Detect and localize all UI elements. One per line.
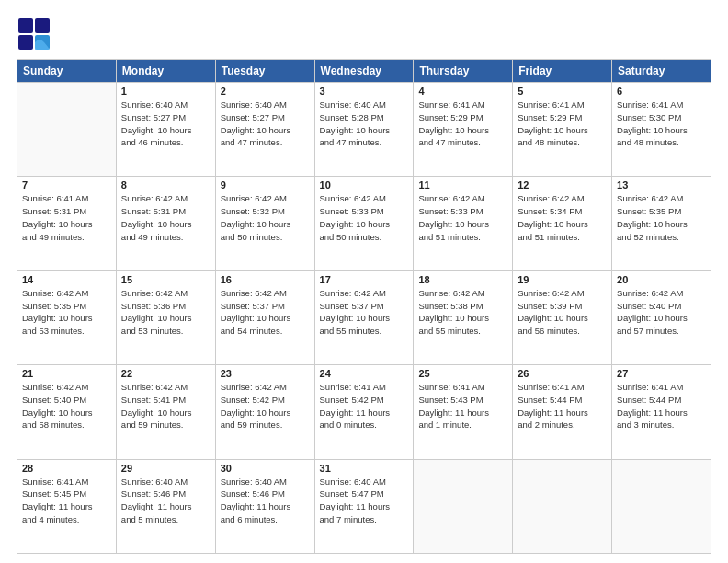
daylight-text: Daylight: 10 hours xyxy=(22,407,111,419)
svg-rect-1 xyxy=(35,18,50,33)
daylight-text: Daylight: 11 hours xyxy=(320,500,409,513)
day-info: Sunrise: 6:41 AMSunset: 5:44 PMDaylight:… xyxy=(617,381,706,431)
daylight-text: Daylight: 11 hours xyxy=(121,500,210,513)
day-info: Sunrise: 6:40 AMSunset: 5:47 PMDaylight:… xyxy=(320,476,409,526)
day-number: 6 xyxy=(617,86,706,97)
day-info: Sunrise: 6:42 AMSunset: 5:34 PMDaylight:… xyxy=(518,192,607,243)
sunrise-text: Sunrise: 6:41 AM xyxy=(320,381,409,394)
day-number: 7 xyxy=(22,179,111,190)
sunrise-text: Sunrise: 6:42 AM xyxy=(418,192,507,205)
daylight-text: Daylight: 10 hours xyxy=(617,124,706,137)
daylight-text: Daylight: 10 hours xyxy=(320,312,409,325)
day-info: Sunrise: 6:42 AMSunset: 5:37 PMDaylight:… xyxy=(221,287,310,338)
daylight-text: Daylight: 10 hours xyxy=(121,218,210,231)
weekday-header-cell: Thursday xyxy=(414,60,513,83)
calendar-day-cell: 16Sunrise: 6:42 AMSunset: 5:37 PMDayligh… xyxy=(215,270,314,364)
sunrise-text: Sunrise: 6:42 AM xyxy=(617,192,706,205)
day-number: 25 xyxy=(418,368,507,379)
daylight-text: Daylight: 10 hours xyxy=(518,218,607,231)
daylight-text: and 47 minutes. xyxy=(320,136,409,149)
daylight-text: and 47 minutes. xyxy=(221,136,310,149)
day-number: 13 xyxy=(617,179,706,190)
calendar-day-cell: 20Sunrise: 6:42 AMSunset: 5:40 PMDayligh… xyxy=(612,270,711,364)
daylight-text: Daylight: 11 hours xyxy=(22,500,111,513)
daylight-text: Daylight: 10 hours xyxy=(121,407,210,419)
sunrise-text: Sunrise: 6:42 AM xyxy=(121,381,210,394)
daylight-text: Daylight: 10 hours xyxy=(221,218,310,231)
calendar-day-cell: 15Sunrise: 6:42 AMSunset: 5:36 PMDayligh… xyxy=(116,270,215,364)
calendar-week-row: 14Sunrise: 6:42 AMSunset: 5:35 PMDayligh… xyxy=(17,270,711,364)
daylight-text: and 5 minutes. xyxy=(121,513,210,526)
sunset-text: Sunset: 5:33 PM xyxy=(320,205,409,218)
daylight-text: Daylight: 11 hours xyxy=(418,407,507,419)
sunset-text: Sunset: 5:32 PM xyxy=(221,205,310,218)
daylight-text: Daylight: 10 hours xyxy=(617,218,706,231)
sunset-text: Sunset: 5:44 PM xyxy=(617,394,706,407)
sunset-text: Sunset: 5:29 PM xyxy=(518,111,607,124)
daylight-text: and 52 minutes. xyxy=(617,231,706,244)
day-info: Sunrise: 6:42 AMSunset: 5:36 PMDaylight:… xyxy=(121,287,210,338)
daylight-text: and 54 minutes. xyxy=(221,325,310,338)
day-number: 3 xyxy=(320,86,409,97)
calendar-day-cell: 13Sunrise: 6:42 AMSunset: 5:35 PMDayligh… xyxy=(612,177,711,270)
day-info: Sunrise: 6:41 AMSunset: 5:31 PMDaylight:… xyxy=(22,192,111,243)
sunrise-text: Sunrise: 6:41 AM xyxy=(617,381,706,394)
calendar-day-cell: 14Sunrise: 6:42 AMSunset: 5:35 PMDayligh… xyxy=(17,270,117,364)
calendar-day-cell: 18Sunrise: 6:42 AMSunset: 5:38 PMDayligh… xyxy=(414,270,513,364)
calendar-day-cell: 17Sunrise: 6:42 AMSunset: 5:37 PMDayligh… xyxy=(314,270,414,364)
sunset-text: Sunset: 5:30 PM xyxy=(617,111,706,124)
daylight-text: Daylight: 11 hours xyxy=(617,407,706,419)
day-info: Sunrise: 6:41 AMSunset: 5:29 PMDaylight:… xyxy=(518,98,607,149)
day-number: 23 xyxy=(221,368,310,379)
sunrise-text: Sunrise: 6:40 AM xyxy=(121,476,210,488)
day-number: 4 xyxy=(418,86,507,97)
day-info: Sunrise: 6:40 AMSunset: 5:28 PMDaylight:… xyxy=(320,98,409,149)
sunrise-text: Sunrise: 6:41 AM xyxy=(22,476,111,488)
daylight-text: and 6 minutes. xyxy=(221,513,310,526)
calendar-day-cell: 9Sunrise: 6:42 AMSunset: 5:32 PMDaylight… xyxy=(215,177,314,270)
sunset-text: Sunset: 5:37 PM xyxy=(221,300,310,313)
daylight-text: Daylight: 10 hours xyxy=(518,124,607,137)
daylight-text: Daylight: 10 hours xyxy=(221,407,310,419)
day-info: Sunrise: 6:42 AMSunset: 5:32 PMDaylight:… xyxy=(221,192,310,243)
daylight-text: and 50 minutes. xyxy=(320,231,409,244)
logo-icon xyxy=(17,17,51,52)
sunrise-text: Sunrise: 6:42 AM xyxy=(518,192,607,205)
day-number: 10 xyxy=(320,179,409,190)
calendar-day-cell: 23Sunrise: 6:42 AMSunset: 5:42 PMDayligh… xyxy=(215,365,314,459)
calendar-week-row: 7Sunrise: 6:41 AMSunset: 5:31 PMDaylight… xyxy=(17,177,711,270)
sunrise-text: Sunrise: 6:42 AM xyxy=(121,287,210,300)
calendar-table: SundayMondayTuesdayWednesdayThursdayFrid… xyxy=(17,59,711,554)
calendar-day-cell: 28Sunrise: 6:41 AMSunset: 5:45 PMDayligh… xyxy=(17,459,117,553)
calendar-day-cell: 3Sunrise: 6:40 AMSunset: 5:28 PMDaylight… xyxy=(314,83,414,177)
calendar-day-cell xyxy=(17,83,117,177)
calendar-day-cell: 27Sunrise: 6:41 AMSunset: 5:44 PMDayligh… xyxy=(612,365,711,459)
day-info: Sunrise: 6:42 AMSunset: 5:33 PMDaylight:… xyxy=(320,192,409,243)
weekday-header-cell: Wednesday xyxy=(314,60,414,83)
sunrise-text: Sunrise: 6:40 AM xyxy=(320,476,409,488)
sunrise-text: Sunrise: 6:42 AM xyxy=(121,192,210,205)
day-info: Sunrise: 6:42 AMSunset: 5:35 PMDaylight:… xyxy=(617,192,706,243)
daylight-text: and 48 minutes. xyxy=(518,136,607,149)
calendar-day-cell: 11Sunrise: 6:42 AMSunset: 5:33 PMDayligh… xyxy=(414,177,513,270)
daylight-text: and 53 minutes. xyxy=(121,325,210,338)
calendar-day-cell: 5Sunrise: 6:41 AMSunset: 5:29 PMDaylight… xyxy=(513,83,612,177)
sunrise-text: Sunrise: 6:41 AM xyxy=(518,98,607,111)
calendar-day-cell: 30Sunrise: 6:40 AMSunset: 5:46 PMDayligh… xyxy=(215,459,314,553)
daylight-text: and 55 minutes. xyxy=(320,325,409,338)
calendar-day-cell: 31Sunrise: 6:40 AMSunset: 5:47 PMDayligh… xyxy=(314,459,414,553)
sunset-text: Sunset: 5:45 PM xyxy=(22,488,111,500)
calendar-week-row: 28Sunrise: 6:41 AMSunset: 5:45 PMDayligh… xyxy=(17,459,711,553)
day-info: Sunrise: 6:40 AMSunset: 5:46 PMDaylight:… xyxy=(121,476,210,526)
sunset-text: Sunset: 5:39 PM xyxy=(518,300,607,313)
day-info: Sunrise: 6:41 AMSunset: 5:42 PMDaylight:… xyxy=(320,381,409,431)
sunset-text: Sunset: 5:35 PM xyxy=(617,205,706,218)
weekday-header-cell: Sunday xyxy=(17,60,117,83)
daylight-text: and 58 minutes. xyxy=(22,419,111,431)
weekday-header-cell: Saturday xyxy=(612,60,711,83)
daylight-text: and 50 minutes. xyxy=(221,231,310,244)
calendar-day-cell: 2Sunrise: 6:40 AMSunset: 5:27 PMDaylight… xyxy=(215,83,314,177)
daylight-text: Daylight: 11 hours xyxy=(320,407,409,419)
day-number: 17 xyxy=(320,274,409,285)
daylight-text: and 49 minutes. xyxy=(121,231,210,244)
